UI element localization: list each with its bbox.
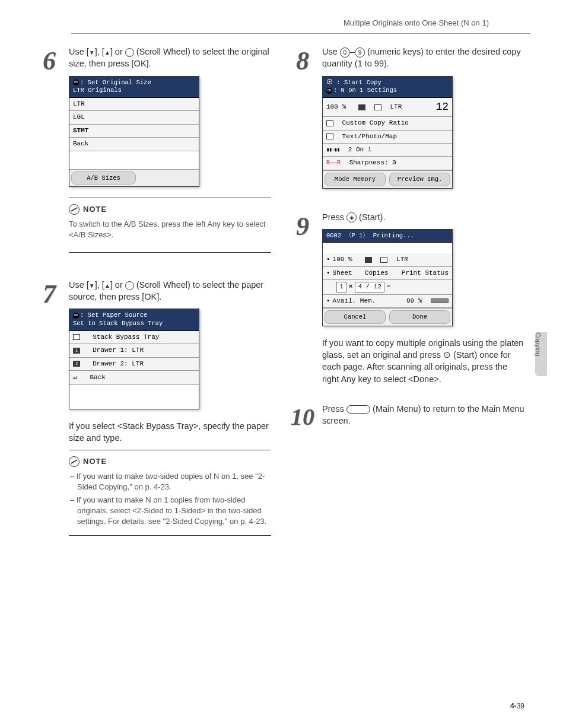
lcd-row-counts: 1 × 4 / 12 = [323, 280, 452, 294]
lcd-btn-mode: Mode Memory [325, 173, 386, 186]
lcd-printing: 0002 〈P 1〉 Printing... ▪ 100 % LTR ▪ She… [322, 229, 453, 326]
sheet-count: 1 [336, 282, 346, 292]
page-number: 4-39 [510, 701, 524, 711]
lcd-row-custom: Custom Copy Ratio [323, 117, 452, 130]
tray-icon [73, 334, 80, 340]
step-10: 10 Press (Main Menu) to return to the Ma… [283, 403, 524, 433]
content-columns: 6 Use [], [] or (Scroll Wheel) to select… [0, 46, 566, 562]
lcd-btn-done: Done [389, 310, 450, 324]
pencil-icon [69, 456, 80, 467]
lcd-footer: A/B Sizes [69, 169, 199, 187]
step7-after: If you select <Stack Bypass Tray>, speci… [69, 420, 271, 444]
lcd-btn-preview: Preview Img. [389, 173, 450, 186]
lcd-header: 0002 〈P 1〉 Printing... [323, 230, 452, 243]
step-number: 8 [283, 46, 322, 199]
lcd-row-labels: ▪ Sheet Copies Print Status [323, 267, 452, 280]
step10-text: Press (Main Menu) to return to the Main … [322, 403, 524, 427]
lcd-row-memory: ▪ Avail. Mem. 99 % [323, 295, 452, 308]
lcd-btn-cancel: Cancel [325, 310, 386, 324]
left-column: 6 Use [], [] or (Scroll Wheel) to select… [24, 46, 277, 562]
header-title: Multiple Originals onto One Sheet (N on … [344, 18, 489, 27]
step-body: Use [], [] or (Scroll Wheel) to select t… [69, 279, 271, 551]
lcd-blank [323, 243, 452, 253]
ok-icon: OK [326, 88, 332, 94]
note-item-1: If you want to make two-sided copies of … [69, 471, 271, 492]
step9-text: Press ◈ (Start). [322, 211, 524, 223]
light-page-icon [380, 257, 387, 263]
2on1-icon [326, 145, 339, 154]
dark-page-icon [365, 257, 372, 263]
lcd-blank [69, 385, 199, 409]
lcd-original-size: OK: Set Original Size LTR Originals LTR … [69, 76, 199, 187]
step-7: 7 Use [], [] or (Scroll Wheel) to select… [30, 279, 271, 551]
lcd-row-ratio: 100 % LTR 12 [323, 98, 452, 117]
lcd-row-lgl: LGL [69, 111, 199, 124]
lcd-non1-settings: ⦿ : Start Copy OK: N on 1 Settings 100 %… [322, 76, 453, 189]
note-title: NOTE [69, 204, 271, 215]
step8-text: Use 0–9 (numeric keys) to enter the desi… [322, 46, 524, 70]
step-number: 7 [30, 279, 69, 551]
lcd-row-back: Back [69, 371, 199, 385]
lcd-row-sharpness: R——R Sharpness: 0 [323, 157, 452, 170]
numeric-key-9: 9 [355, 47, 365, 58]
up-triangle-icon [104, 47, 110, 56]
lcd-blank [69, 151, 199, 169]
note-item-2: If you want to make N on 1 copies from t… [69, 495, 271, 527]
step-number: 9 [283, 211, 322, 391]
memory-bar-icon [431, 298, 449, 303]
step-8: 8 Use 0–9 (numeric keys) to enter the de… [283, 46, 524, 199]
return-icon [73, 373, 77, 383]
lcd-footer: Cancel Done [323, 308, 452, 326]
ratio-icon [326, 120, 333, 126]
drawer-2-icon: 2 [73, 361, 80, 367]
down-triangle-icon [89, 280, 95, 290]
lcd-row-drawer2: 2 Drawer 2: LTR [69, 358, 199, 371]
step7-text: Use [], [] or (Scroll Wheel) to select t… [69, 279, 271, 303]
step-body: Use [], [] or (Scroll Wheel) to select t… [69, 46, 271, 267]
page-header: Multiple Originals onto One Sheet (N on … [71, 0, 530, 34]
scroll-wheel-icon [125, 48, 134, 57]
ok-icon: OK [73, 313, 79, 319]
light-page-icon [374, 104, 381, 110]
dark-page-icon [358, 104, 365, 110]
lcd-row-stmt: STMT [69, 125, 199, 138]
step-body: Press (Main Menu) to return to the Main … [322, 403, 524, 433]
note-list: If you want to make two-sided copies of … [69, 471, 271, 527]
right-column: 8 Use 0–9 (numeric keys) to enter the de… [277, 46, 530, 562]
main-menu-key-icon [346, 405, 370, 414]
note-box-1: NOTE To switch to the A/B Sizes, press t… [69, 198, 271, 253]
note-box-2: NOTE If you want to make two-sided copie… [69, 450, 271, 536]
lcd-row-ltr: LTR [69, 98, 199, 111]
lcd-row-2on1: 2 On 1 [323, 144, 452, 157]
step-number: 6 [30, 46, 69, 267]
down-triangle-icon [89, 47, 95, 56]
side-label: Copying [533, 332, 542, 356]
lcd-row-drawer1: 1 Drawer 1: LTR [69, 344, 199, 357]
step-body: Use 0–9 (numeric keys) to enter the desi… [322, 46, 524, 199]
lcd-header: ⦿ : Start Copy OK: N on 1 Settings [323, 77, 452, 98]
lcd-btn-ab: A/B Sizes [71, 171, 136, 185]
lcd-paper-source: OK: Set Paper Source Set to Stack Bypass… [69, 309, 199, 409]
step-number: 10 [283, 403, 322, 433]
lcd-header: OK: Set Paper Source Set to Stack Bypass… [69, 309, 199, 330]
sharpness-icon: R——R [326, 159, 341, 167]
doc-icon [326, 133, 333, 139]
up-triangle-icon [104, 280, 110, 290]
lcd-row-bypass: Stack Bypass Tray [69, 331, 199, 344]
step6-text: Use [], [] or (Scroll Wheel) to select t… [69, 46, 271, 70]
scroll-wheel-icon [125, 281, 134, 290]
pencil-icon [69, 204, 80, 215]
lcd-header: OK: Set Original Size LTR Originals [69, 77, 199, 98]
step9-after: If you want to copy multiple originals u… [322, 337, 524, 385]
note-title: NOTE [69, 456, 271, 467]
start-key-icon: ◈ [346, 212, 357, 222]
ok-icon: OK [73, 80, 79, 85]
copy-quantity: 12 [435, 100, 449, 115]
note-text: To switch to the A/B Sizes, press the le… [69, 219, 271, 240]
copies-count: 4 / 12 [355, 282, 384, 292]
lcd-row-back: Back [69, 138, 199, 151]
step-body: Press ◈ (Start). 0002 〈P 1〉 Printing... … [322, 211, 524, 391]
step-6: 6 Use [], [] or (Scroll Wheel) to select… [30, 46, 271, 267]
lcd-footer: Mode Memory Preview Img. [323, 170, 452, 188]
lcd-row-quality: Text/Photo/Map [323, 131, 452, 144]
